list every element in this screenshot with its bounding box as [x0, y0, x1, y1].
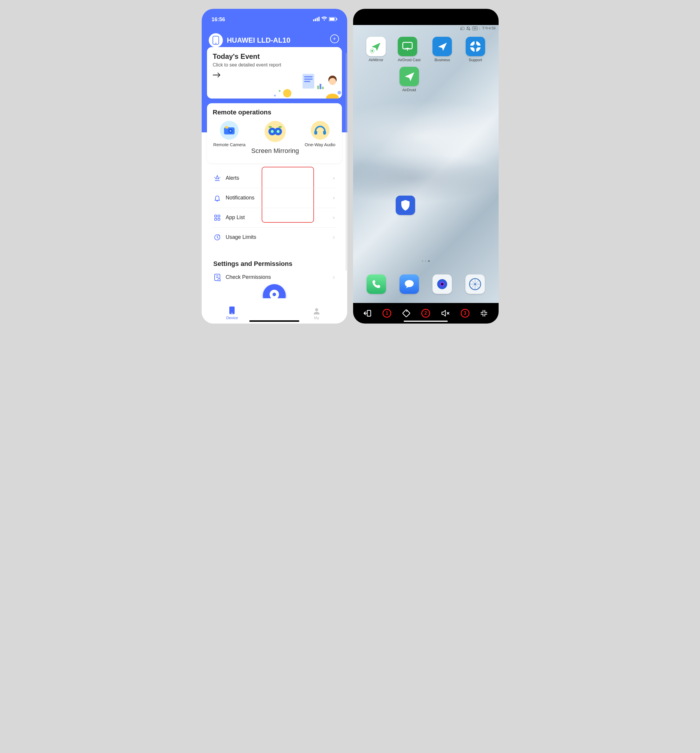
rotate-icon[interactable]	[402, 309, 410, 317]
notifications-row[interactable]: Notifications ›	[212, 188, 337, 208]
home-indicator[interactable]	[249, 320, 299, 322]
app-label: Support	[469, 58, 482, 62]
tab-my[interactable]: My	[286, 298, 347, 323]
alerts-icon	[214, 175, 221, 182]
svg-rect-1	[315, 19, 316, 21]
one-way-audio-button[interactable]: One-Way Audio	[305, 121, 335, 155]
app-security[interactable]	[396, 195, 415, 217]
event-illustration	[271, 72, 342, 98]
svg-rect-62	[474, 49, 476, 52]
dock-settings[interactable]	[465, 275, 485, 295]
svg-rect-6	[336, 18, 337, 20]
android-status-bar: 94 下午4:59	[460, 26, 496, 31]
clock-icon	[214, 234, 221, 241]
app-airdroid-cast[interactable]: AirDroid Cast	[398, 37, 420, 62]
tab-device-label: Device	[226, 316, 238, 320]
svg-rect-31	[274, 130, 276, 133]
device-name[interactable]: HUAWEI LLD-AL10	[227, 36, 290, 44]
grid-icon	[214, 214, 221, 222]
cast-icon	[460, 27, 465, 30]
svg-rect-75	[367, 310, 371, 316]
event-subtitle: Click to see detailed event report	[213, 62, 336, 68]
svg-rect-39	[215, 215, 217, 217]
annotation-2: 2	[421, 309, 430, 318]
page-indicator	[422, 260, 430, 262]
annotation-1: 1	[382, 309, 391, 318]
home-indicator[interactable]	[404, 320, 448, 322]
svg-rect-54	[461, 27, 464, 30]
svg-rect-2	[316, 18, 318, 21]
svg-point-58	[407, 49, 408, 51]
add-device-button[interactable]: +	[330, 34, 339, 43]
svg-rect-63	[469, 45, 473, 47]
svg-rect-40	[218, 215, 220, 217]
svg-rect-35	[323, 131, 326, 135]
svg-rect-3	[318, 17, 320, 21]
remote-camera-button[interactable]: Remote Camera	[213, 121, 245, 155]
svg-rect-0	[313, 19, 314, 21]
svg-rect-64	[478, 45, 481, 47]
speaker-mute-icon[interactable]	[441, 310, 449, 317]
chevron-right-icon: ›	[333, 234, 335, 240]
wifi-icon	[321, 16, 327, 23]
app-support[interactable]: Support	[466, 37, 485, 62]
svg-point-53	[315, 308, 318, 311]
check-permissions-label: Check Permissions	[226, 274, 271, 280]
dock-messages[interactable]	[399, 275, 419, 295]
svg-point-11	[274, 95, 276, 97]
minimize-icon[interactable]	[480, 310, 488, 317]
status-time: 下午4:59	[482, 26, 496, 31]
svg-rect-33	[279, 126, 282, 128]
app-label: AirMirror	[369, 58, 384, 62]
device-selector-icon[interactable]	[209, 33, 223, 47]
one-way-audio-label: One-Way Audio	[305, 142, 335, 147]
permissions-icon	[214, 273, 221, 281]
svg-rect-13	[304, 76, 312, 77]
svg-rect-34	[314, 131, 317, 135]
battery-icon	[329, 16, 337, 23]
dock-camera[interactable]	[432, 275, 452, 295]
tab-my-label: My	[314, 316, 319, 320]
svg-rect-76	[402, 309, 410, 317]
battery-level: 94	[472, 27, 478, 30]
chevron-right-icon: ›	[333, 274, 335, 280]
todays-event-card[interactable]: Today's Event Click to see detailed even…	[207, 47, 342, 98]
svg-rect-19	[322, 87, 324, 89]
svg-rect-15	[304, 81, 310, 82]
svg-point-50	[273, 293, 276, 296]
alerts-row[interactable]: Alerts ›	[212, 169, 337, 188]
svg-rect-52	[231, 313, 233, 314]
svg-point-55	[371, 50, 373, 52]
tab-device[interactable]: Device	[202, 298, 263, 323]
svg-point-22	[337, 91, 341, 94]
svg-rect-61	[474, 41, 476, 44]
svg-point-60	[473, 44, 478, 49]
alerts-label: Alerts	[226, 175, 239, 181]
exit-icon[interactable]	[364, 310, 371, 317]
dock	[353, 275, 499, 295]
svg-line-38	[220, 177, 220, 178]
remote-operations-card: Remote operations Remote Camera Screen M…	[207, 103, 342, 163]
app-list-row[interactable]: App List ›	[212, 208, 337, 228]
app-airmirror[interactable]: AirMirror	[366, 37, 386, 62]
phone-right-mirrored-screen: 94 下午4:59 AirMirror AirDroid Cast Busine…	[353, 9, 499, 323]
usage-limits-row[interactable]: Usage Limits ›	[212, 228, 337, 247]
svg-line-49	[220, 281, 221, 281]
status-bar: 16:56	[209, 15, 340, 24]
scrollbar[interactable]	[346, 53, 347, 270]
svg-rect-41	[215, 218, 217, 220]
svg-point-30	[277, 130, 280, 133]
screen-mirroring-button[interactable]: Screen Mirroring	[251, 121, 299, 155]
app-business[interactable]: Business	[432, 37, 452, 62]
event-title: Today's Event	[213, 52, 336, 61]
phone-left-airdroid-app: 16:56 HUAWEI LLD-AL10 + Today'	[202, 9, 347, 323]
app-airdroid[interactable]: AirDroid	[399, 67, 419, 92]
usage-limits-label: Usage Limits	[226, 234, 256, 240]
mute-icon	[466, 27, 471, 31]
svg-point-68	[441, 283, 443, 285]
dock-phone[interactable]	[366, 275, 386, 295]
notifications-label: Notifications	[226, 195, 255, 201]
chevron-right-icon: ›	[333, 195, 335, 201]
svg-rect-17	[317, 86, 319, 89]
remote-camera-label: Remote Camera	[213, 142, 245, 147]
